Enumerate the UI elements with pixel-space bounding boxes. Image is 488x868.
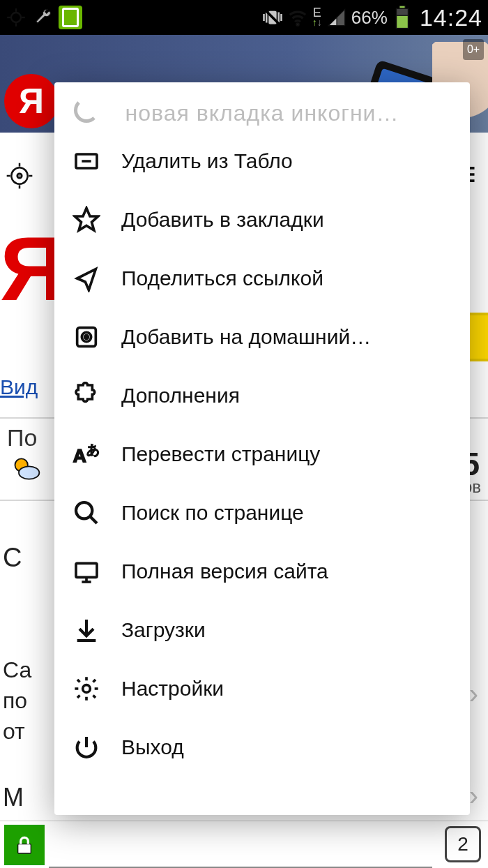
svg-text:A: A bbox=[73, 445, 86, 466]
svg-point-0 bbox=[11, 13, 21, 22]
menu-item-label: Поделиться ссылкой bbox=[121, 267, 453, 290]
tabs-button[interactable]: 2 bbox=[445, 826, 481, 862]
menu-item-settings[interactable]: Настройки bbox=[54, 659, 470, 718]
gear-icon bbox=[71, 673, 102, 704]
menu-item-label: Загрузки bbox=[121, 618, 453, 642]
menu-item-find-in-page[interactable]: Поиск по странице bbox=[54, 484, 470, 542]
svg-marker-29 bbox=[75, 208, 98, 230]
power-icon bbox=[71, 732, 102, 763]
clock: 14:24 bbox=[420, 4, 482, 31]
menu-item-add-home[interactable]: Добавить на домашний… bbox=[54, 308, 470, 366]
svg-point-42 bbox=[83, 685, 91, 693]
age-rating-badge: 0+ bbox=[463, 39, 484, 60]
bg-text-fragment: Са по от bbox=[3, 654, 31, 747]
browser-overflow-menu: новая вкладка инкогни… Удалить из Табло … bbox=[54, 82, 470, 815]
signal-icon bbox=[326, 7, 347, 28]
menu-item-share-link[interactable]: Поделиться ссылкой bbox=[54, 249, 470, 308]
add-to-home-icon bbox=[71, 322, 102, 352]
menu-item-add-bookmark[interactable]: Добавить в закладки bbox=[54, 190, 470, 249]
browser-bottom-bar: 2 bbox=[0, 821, 488, 868]
bg-text-fragment: М bbox=[3, 783, 24, 812]
wifi-icon bbox=[287, 7, 308, 28]
puzzle-icon bbox=[71, 380, 102, 411]
menu-item-exit[interactable]: Выход bbox=[54, 718, 470, 777]
address-bar[interactable] bbox=[49, 821, 432, 868]
menu-item-extensions[interactable]: Дополнения bbox=[54, 366, 470, 425]
vibrate-icon bbox=[262, 7, 283, 28]
data-arrows-icon: ↑↓ bbox=[312, 17, 322, 27]
secure-lock-icon[interactable] bbox=[4, 825, 45, 865]
download-icon bbox=[71, 615, 102, 645]
yandex-logo-circle: Я bbox=[4, 74, 59, 128]
svg-text:あ: あ bbox=[86, 442, 100, 457]
svg-point-16 bbox=[17, 174, 22, 179]
menu-item-label: Перевести страницу bbox=[121, 442, 453, 466]
app-icon bbox=[59, 6, 82, 29]
menu-item-remove-tablo[interactable]: Удалить из Табло bbox=[54, 132, 470, 190]
menu-item-downloads[interactable]: Загрузки bbox=[54, 601, 470, 659]
spinner-icon bbox=[74, 98, 99, 123]
menu-item-desktop-site[interactable]: Полная версия сайта bbox=[54, 542, 470, 601]
svg-point-11 bbox=[297, 24, 299, 26]
svg-rect-14 bbox=[396, 15, 408, 28]
gps-target-icon bbox=[6, 7, 26, 28]
svg-line-36 bbox=[90, 516, 97, 523]
svg-rect-26 bbox=[18, 844, 31, 853]
svg-rect-37 bbox=[76, 563, 97, 577]
chevron-right-icon[interactable]: › bbox=[469, 678, 478, 710]
locate-icon[interactable] bbox=[0, 158, 39, 194]
svg-point-25 bbox=[19, 466, 39, 479]
chevron-right-icon[interactable]: › bbox=[469, 780, 478, 811]
share-icon bbox=[71, 263, 102, 294]
menu-header-truncated: новая вкладка инкогни… bbox=[54, 100, 470, 132]
weather-label: По bbox=[7, 424, 37, 451]
menu-item-label: Добавить на домашний… bbox=[121, 325, 453, 349]
battery-icon bbox=[392, 7, 413, 28]
menu-item-label: Добавить в закладки bbox=[121, 208, 453, 232]
search-icon bbox=[71, 497, 102, 528]
network-type-label: E bbox=[313, 8, 321, 17]
menu-item-label: Дополнения bbox=[121, 384, 453, 407]
remove-tablo-icon bbox=[71, 146, 102, 177]
battery-percentage: 66% bbox=[351, 7, 388, 29]
weather-sun-cloud-icon bbox=[11, 454, 42, 484]
wrench-icon bbox=[32, 7, 53, 28]
monitor-icon bbox=[71, 556, 102, 587]
menu-item-label: Поиск по странице bbox=[121, 501, 453, 525]
menu-item-label: Настройки bbox=[121, 677, 453, 701]
menu-item-label: Выход bbox=[121, 735, 453, 759]
menu-item-label: Полная версия сайта bbox=[121, 560, 453, 583]
bg-text-fragment: С bbox=[3, 543, 22, 573]
status-bar: E ↑↓ 66% 14:24 bbox=[0, 0, 488, 35]
svg-point-35 bbox=[76, 502, 92, 518]
menu-item-label: Удалить из Табло bbox=[121, 149, 453, 173]
svg-point-32 bbox=[85, 336, 89, 339]
star-icon bbox=[71, 204, 102, 235]
translate-icon: Aあ bbox=[71, 439, 102, 470]
video-link[interactable]: Вид bbox=[0, 375, 38, 399]
menu-item-translate[interactable]: Aあ Перевести страницу bbox=[54, 425, 470, 484]
